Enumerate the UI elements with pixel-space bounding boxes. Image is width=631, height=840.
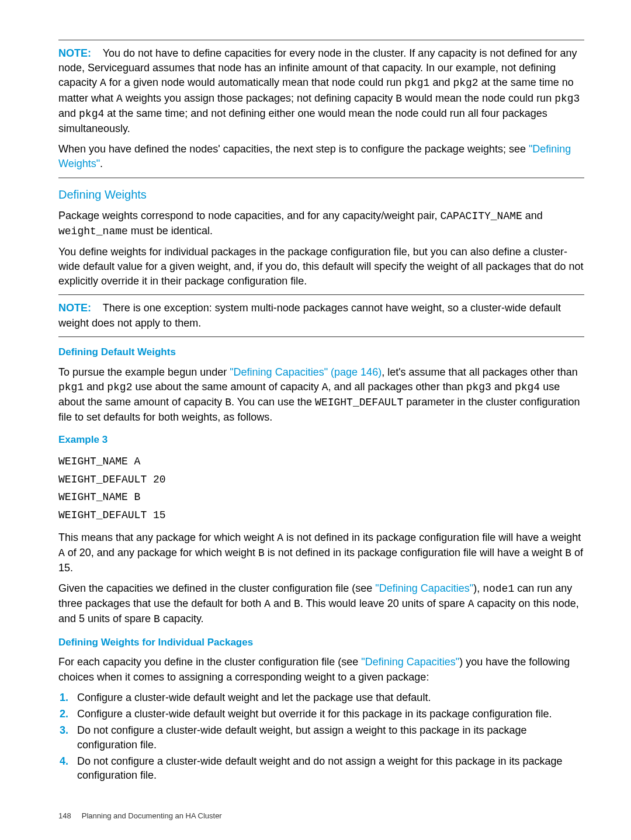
code-A: A <box>58 547 65 559</box>
code-pkg1: pkg1 <box>58 381 84 393</box>
code-A: A <box>468 598 474 610</box>
ae-p1b: is not defined in its package configurat… <box>283 532 581 543</box>
note1-text-d: weights you assign those packages; not d… <box>123 92 396 104</box>
code-A2: A <box>116 93 123 105</box>
note1-and1: and <box>429 77 453 88</box>
code-B: B <box>225 397 231 408</box>
link-defining-capacities[interactable]: "Defining Capacities" <box>361 656 459 668</box>
ae-and: and <box>271 598 294 609</box>
note1-text-e: would mean the node could run <box>402 92 554 104</box>
heading-defining-default-weights: Defining Default Weights <box>58 345 584 359</box>
ordered-list: 1. Configure a cluster-wide default weig… <box>58 690 584 783</box>
list-text: Do not configure a cluster-wide default … <box>77 754 584 783</box>
list-item: 2. Configure a cluster-wide default weig… <box>58 707 584 721</box>
ae-p1c: of 20, and any package for which weight <box>65 547 258 558</box>
code-B: B <box>565 547 571 559</box>
code-B: B <box>294 598 300 610</box>
horizontal-rule <box>58 336 584 337</box>
list-text: Configure a cluster-wide default weight … <box>77 690 584 704</box>
code-A: A <box>264 598 271 610</box>
code-line-4: WEIGHT_DEFAULT 15 <box>58 506 584 525</box>
sub1-p1f: . You can use the <box>231 396 315 408</box>
code-line-1: WEIGHT_NAME A <box>58 453 584 471</box>
sub1-p1c: use about the same amount of capacity <box>132 381 321 393</box>
ae-p2b: ), <box>473 582 483 594</box>
code-block-example3: WEIGHT_NAME A WEIGHT_DEFAULT 20 WEIGHT_N… <box>58 453 584 524</box>
note-paragraph-2: When you have defined the nodes' capacit… <box>58 142 584 171</box>
page-number: 148 <box>58 811 71 820</box>
code-pkg4: pkg4 <box>515 381 540 393</box>
ae-p1a: This means that any package for which we… <box>58 532 277 543</box>
heading-defining-weights-individual: Defining Weights for Individual Packages <box>58 636 584 650</box>
after-example-para1: This means that any package for which we… <box>58 530 584 576</box>
code-pkg2: pkg2 <box>107 381 132 393</box>
code-line-2: WEIGHT_DEFAULT 20 <box>58 471 584 489</box>
code-pkg3: pkg3 <box>554 93 580 105</box>
heading-defining-weights: Defining Weights <box>58 186 584 203</box>
link-defining-capacities-page146[interactable]: "Defining Capacities" (page 146) <box>230 366 382 378</box>
list-number: 1. <box>58 690 77 704</box>
sub1-p1a: To pursue the example begun under <box>58 366 230 378</box>
note-label: NOTE: <box>58 47 91 59</box>
note2-paragraph: NOTE: There is one exception: system mul… <box>58 301 584 330</box>
code-A: A <box>100 77 106 89</box>
code-weight-name: weight_name <box>58 225 128 237</box>
sub1-para1: To pursue the example begun under "Defin… <box>58 365 584 425</box>
list-text: Configure a cluster-wide default weight … <box>77 707 584 721</box>
horizontal-rule <box>58 178 584 178</box>
ae-p1d: is not defined in its package configurat… <box>265 547 565 558</box>
page-footer: 148 Planning and Documenting an HA Clust… <box>58 811 584 821</box>
sub1-p1d: , and all packages other than <box>328 381 466 393</box>
list-number: 3. <box>58 723 77 752</box>
code-B: B <box>154 613 160 625</box>
list-text: Do not configure a cluster-wide default … <box>77 723 584 752</box>
s1-p1b: must be identical. <box>128 225 213 237</box>
list-item: 3. Do not configure a cluster-wide defau… <box>58 723 584 752</box>
ae-p2f: capacity. <box>160 613 204 624</box>
code-node1: node1 <box>483 583 514 595</box>
note1-text-f: at the same time; and not defining eithe… <box>58 107 547 134</box>
note1-and2: and <box>58 107 79 119</box>
code-weight-default: WEIGHT_DEFAULT <box>315 397 403 408</box>
horizontal-rule <box>58 294 584 295</box>
code-A: A <box>322 381 328 393</box>
code-B: B <box>258 547 265 559</box>
list-number: 2. <box>58 707 77 721</box>
list-number: 4. <box>58 754 77 783</box>
note-label: NOTE: <box>58 302 91 314</box>
example-label: Example 3 <box>58 433 584 447</box>
ae-p2d: . This would leave 20 units of spare <box>300 598 468 609</box>
code-pkg2: pkg2 <box>453 77 478 89</box>
horizontal-rule <box>58 40 584 40</box>
note1-text-b: for a given node would automatically mea… <box>106 77 404 88</box>
note1-p2b: . <box>100 158 103 169</box>
s1-and: and <box>522 210 543 221</box>
code-pkg4: pkg4 <box>79 108 104 120</box>
list-item: 1. Configure a cluster-wide default weig… <box>58 690 584 704</box>
section1-para2: You define weights for individual packag… <box>58 245 584 289</box>
chapter-title: Planning and Documenting an HA Cluster <box>82 811 222 820</box>
s1-p1a: Package weights correspond to node capac… <box>58 210 440 221</box>
code-pkg3: pkg3 <box>466 381 491 393</box>
code-capacity-name: CAPACITY_NAME <box>440 210 522 222</box>
code-pkg1: pkg1 <box>404 77 429 89</box>
code-A: A <box>277 532 283 544</box>
sub2-para1: For each capacity you define in the clus… <box>58 655 584 684</box>
section1-para1: Package weights correspond to node capac… <box>58 209 584 239</box>
after-example-para2: Given the capacities we defined in the c… <box>58 581 584 627</box>
note1-p2a: When you have defined the nodes' capacit… <box>58 143 529 155</box>
code-line-3: WEIGHT_NAME B <box>58 488 584 506</box>
link-defining-capacities[interactable]: "Defining Capacities" <box>375 582 473 594</box>
note2-text: There is one exception: system multi-nod… <box>58 302 561 328</box>
ae-p2a: Given the capacities we defined in the c… <box>58 582 375 594</box>
list-item: 4. Do not configure a cluster-wide defau… <box>58 754 584 783</box>
sub1-and2: and <box>491 381 515 393</box>
note-paragraph-1: NOTE: You do not have to define capaciti… <box>58 46 584 136</box>
sub1-p1b: , let's assume that all packages other t… <box>382 366 578 378</box>
sub1-and1: and <box>84 381 107 393</box>
code-B: B <box>396 93 402 105</box>
sub2-p1a: For each capacity you define in the clus… <box>58 656 361 668</box>
